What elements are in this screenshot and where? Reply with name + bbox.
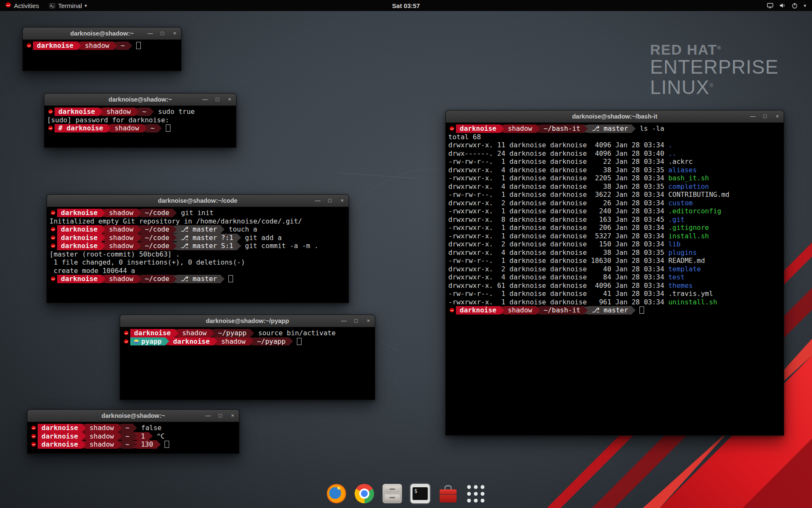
system-status-area[interactable]: ▾ <box>763 0 809 11</box>
grid-dot <box>474 492 478 496</box>
prompt-segment-host: shadow <box>217 337 250 346</box>
powerline-separator <box>137 242 141 250</box>
activities-label: Activities <box>14 2 39 9</box>
registered-mark: ® <box>717 45 721 51</box>
chrome-icon[interactable] <box>355 484 374 503</box>
powerline-separator <box>250 329 254 337</box>
prompt-segment-user: darknoise <box>33 41 77 50</box>
maximize-button[interactable]: □ <box>159 30 165 36</box>
window-controls: — □ × <box>750 110 780 122</box>
powerline-separator <box>135 108 139 116</box>
clock[interactable]: Sat 03:57 <box>392 2 420 9</box>
close-button[interactable]: × <box>227 97 233 102</box>
display-icon <box>767 2 774 9</box>
powerline-separator <box>632 125 636 133</box>
close-button[interactable]: × <box>172 30 178 36</box>
window-titlebar[interactable]: darknoise@shadow:~ — □ × <box>27 410 239 422</box>
minimize-button[interactable]: — <box>315 198 321 204</box>
terminal-body[interactable]: darknoiseshadow~ <box>23 40 181 71</box>
maximize-button[interactable]: □ <box>217 413 223 419</box>
maximize-button[interactable]: □ <box>762 113 768 119</box>
terminal-text: [master (root-commit) 50bcb63] . <box>49 250 180 258</box>
maximize-button[interactable]: □ <box>353 318 359 324</box>
prompt-segment-host: shadow <box>105 275 137 283</box>
powerline-separator <box>149 432 153 440</box>
terminal-text: drwx------. 24 darknoise darknoise 4096 … <box>448 149 668 157</box>
minimize-button[interactable]: — <box>147 30 153 36</box>
powerline-separator <box>500 306 504 314</box>
terminal-line: darknoiseshadow~/code⎇ master <box>49 275 346 283</box>
prompt-segment-user: # darknoise <box>55 124 107 133</box>
close-button[interactable]: × <box>230 413 236 419</box>
powerline-separator <box>211 329 214 337</box>
window-titlebar[interactable]: darknoise@shadow:~ — □ × <box>44 94 236 106</box>
prompt-segment-user: darknoise <box>130 329 175 337</box>
window-title: darknoise@shadow:~/bash-it <box>446 110 784 122</box>
prompt-segment-path: ~/pyapp <box>214 329 250 337</box>
powerline-separator <box>536 125 540 133</box>
grid-dot <box>467 499 471 502</box>
terminal-cursor <box>166 124 170 132</box>
terminal-icon <box>49 3 55 9</box>
window-titlebar[interactable]: darknoise@shadow:~/code — □ × <box>47 195 348 207</box>
powerline-separator <box>237 242 241 250</box>
powerline-separator <box>536 306 540 314</box>
terminal-body[interactable]: darknoiseshadow~/pyapp source bin/activa… <box>120 327 375 400</box>
terminal-line: drwxrwxr-x. 4 darknoise darknoise 84 Jan… <box>448 273 781 282</box>
file-name: custom <box>668 199 693 207</box>
grid-dot <box>467 492 471 496</box>
terminal-body[interactable]: darknoiseshadow~/bash-it⎇ master ls -lat… <box>446 123 784 435</box>
window-titlebar[interactable]: darknoise@shadow:~/pyapp — □ × <box>120 315 375 327</box>
show-applications-icon[interactable] <box>466 484 486 503</box>
terminal-window-sudo: darknoise@shadow:~ — □ × darknoiseshadow… <box>44 93 236 148</box>
powerline-separator <box>77 42 81 50</box>
terminal-text: drwxrwxr-x. 2 darknoise darknoise 150 Ja… <box>448 240 668 248</box>
grid-dot <box>481 485 485 489</box>
prompt-segment-user: darknoise <box>57 209 102 217</box>
terminal-cursor <box>297 338 302 345</box>
minimize-button[interactable]: — <box>750 113 756 119</box>
minimize-button[interactable]: — <box>205 413 211 419</box>
minimize-button[interactable]: — <box>341 318 347 324</box>
files-icon[interactable] <box>383 484 402 503</box>
maximize-button[interactable]: □ <box>214 97 220 102</box>
terminal-text: 1 file changed, 0 insertions(+), 0 delet… <box>49 258 245 266</box>
powerline-separator <box>133 424 137 432</box>
app-menu-terminal[interactable]: Terminal ▾ <box>44 0 92 11</box>
maximize-button[interactable]: □ <box>327 198 333 204</box>
terminal-body[interactable]: darknoiseshadow~ sudo true[sudo] passwor… <box>44 106 236 147</box>
prompt-segment-path: ~/code <box>141 209 173 217</box>
window-titlebar[interactable]: darknoise@shadow:~/bash-it — □ × <box>446 110 784 123</box>
minimize-button[interactable]: — <box>202 97 208 102</box>
firefox-icon[interactable] <box>327 484 346 503</box>
powerline-separator <box>250 337 253 345</box>
prompt-segment-git: ⎇ master <box>588 306 632 315</box>
terminal-line: Initialized empty Git repository in /hom… <box>49 217 346 226</box>
powerline-separator <box>143 124 147 132</box>
redhat-prompt-icon <box>448 126 455 131</box>
powerline-separator <box>173 275 177 283</box>
activities-button[interactable]: Activities <box>0 0 44 11</box>
terminal-line: darknoiseshadow~ <box>25 41 178 50</box>
redhat-prompt-icon <box>123 330 130 336</box>
terminal-line: -rwxrwxr-x. 1 darknoise darknoise 5327 J… <box>448 232 781 240</box>
python-icon <box>134 340 139 344</box>
close-button[interactable]: × <box>774 113 780 119</box>
terminal-window-code: darknoise@shadow:~/code — □ × darknoises… <box>47 194 349 303</box>
terminal-text: false <box>137 424 162 432</box>
volume-icon <box>779 2 786 9</box>
terminal-body[interactable]: darknoiseshadow~ falsedarknoiseshadow~1 … <box>27 422 239 453</box>
redhat-prompt-icon <box>49 235 57 240</box>
close-button[interactable]: × <box>365 318 371 324</box>
powerline-separator <box>500 125 504 133</box>
terminal-app-icon[interactable]: $ <box>411 484 430 503</box>
toolbox-icon[interactable] <box>439 484 458 503</box>
prompt-segment-git: ⎇ master <box>588 124 632 133</box>
close-button[interactable]: × <box>339 198 345 204</box>
app-menu-label: Terminal <box>58 2 82 9</box>
prompt-segment-path: ~/code <box>141 234 173 242</box>
powerline-separator <box>137 209 141 217</box>
terminal-body[interactable]: darknoiseshadow~/code git initInitialize… <box>47 207 348 303</box>
terminal-text: -rw-rw-r--. 1 darknoise darknoise 3622 J… <box>448 190 730 199</box>
window-titlebar[interactable]: darknoise@shadow:~ — □ × <box>23 28 181 40</box>
